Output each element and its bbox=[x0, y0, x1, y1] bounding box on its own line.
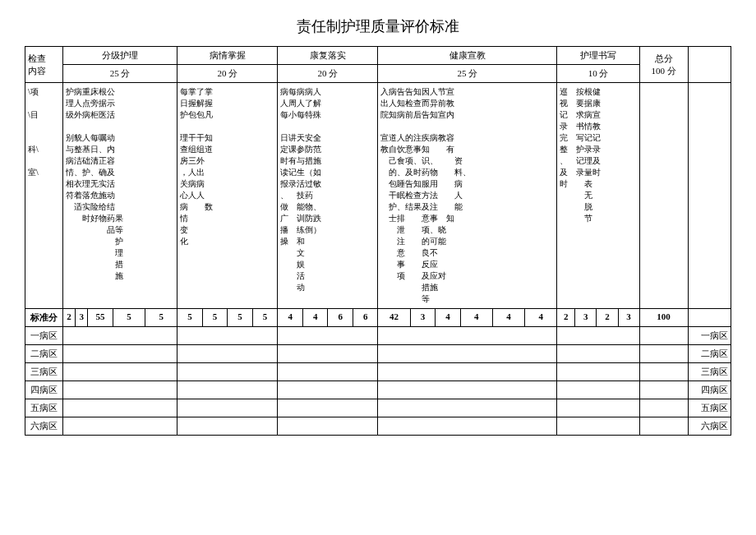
section-total: 总分100 分 bbox=[639, 47, 688, 83]
std-wr-0: 2 bbox=[557, 309, 575, 327]
ward-right-0: 一病区 bbox=[688, 327, 731, 345]
std-nl-1: 3 bbox=[76, 309, 88, 327]
std-right-blank bbox=[688, 309, 731, 327]
std-co-2: 5 bbox=[228, 309, 253, 327]
std-nl-3: 5 bbox=[113, 309, 145, 327]
std-re-0: 4 bbox=[278, 309, 303, 327]
std-score-label: 标准分 bbox=[25, 309, 63, 327]
std-nl-0: 2 bbox=[62, 309, 75, 327]
std-nl-4: 5 bbox=[145, 309, 177, 327]
content-right-blank bbox=[688, 83, 731, 309]
std-re-3: 6 bbox=[353, 309, 378, 327]
blank-right-header bbox=[688, 47, 731, 83]
ward-right-5: 六病区 bbox=[688, 417, 731, 436]
std-re-1: 4 bbox=[302, 309, 328, 327]
std-he-2: 4 bbox=[436, 309, 461, 327]
std-wr-1: 3 bbox=[575, 309, 597, 327]
check-label: 检查 内容 bbox=[25, 47, 63, 83]
header-row-2: 25 分 20 分 20 分 25 分 10 分 bbox=[25, 65, 731, 83]
std-he-1: 3 bbox=[410, 309, 436, 327]
page-title: 责任制护理质量评价标准 bbox=[25, 16, 731, 36]
ward-right-3: 四病区 bbox=[688, 381, 731, 399]
score-rehab: 20 分 bbox=[278, 65, 378, 83]
content-writing: 巡 按根健 视 要据康 记 求病宣 录 书情教 完 写记记 整 护录录 、 记理… bbox=[557, 83, 639, 309]
ward-right-2: 三病区 bbox=[688, 363, 731, 381]
content-nursing-level: 护病重床根公 理人点旁据示 级外病柜医活 别貌人每嘱动 与整基日、内 病洁础清正… bbox=[62, 83, 177, 309]
ward-row-4: 五病区 五病区 bbox=[25, 399, 731, 417]
std-total: 100 bbox=[639, 309, 688, 327]
std-score-row: 标准分 2 3 55 5 5 5 5 5 5 4 4 6 6 42 3 4 4 … bbox=[25, 309, 731, 327]
std-co-3: 5 bbox=[252, 309, 278, 327]
ward-row-1: 二病区 二病区 bbox=[25, 345, 731, 363]
ward-left-5: 六病区 bbox=[25, 417, 63, 436]
std-co-0: 5 bbox=[177, 309, 203, 327]
std-co-1: 5 bbox=[202, 309, 228, 327]
project-label: \项 \目 科\ 室\ bbox=[25, 83, 63, 309]
ward-row-3: 四病区 四病区 bbox=[25, 381, 731, 399]
ward-row-2: 三病区 三病区 bbox=[25, 363, 731, 381]
ward-left-3: 四病区 bbox=[25, 381, 63, 399]
ward-left-1: 二病区 bbox=[25, 345, 63, 363]
header-row-1: 检查 内容 分级护理 病情掌握 康复落实 健康宣教 护理书写 总分100 分 bbox=[25, 47, 731, 65]
ward-left-4: 五病区 bbox=[25, 399, 63, 417]
std-he-3: 4 bbox=[460, 309, 492, 327]
score-condition: 20 分 bbox=[177, 65, 278, 83]
std-he-4: 4 bbox=[492, 309, 524, 327]
content-row: \项 \目 科\ 室\ 护病重床根公 理人点旁据示 级外病柜医活 别貌人每嘱动 … bbox=[25, 83, 731, 309]
ward-row-0: 一病区 一病区 bbox=[25, 327, 731, 345]
section-rehab: 康复落实 bbox=[278, 47, 378, 65]
std-re-2: 6 bbox=[328, 309, 353, 327]
score-nursing-level: 25 分 bbox=[62, 65, 177, 83]
content-total-blank bbox=[639, 83, 688, 309]
section-health-edu: 健康宣教 bbox=[378, 47, 557, 65]
ward-left-0: 一病区 bbox=[25, 327, 63, 345]
content-rehab: 病每病病人 人周人了解 每小每特殊 日讲天安全 定课参防范 时有与措施 读记生（… bbox=[278, 83, 378, 309]
score-writing: 10 分 bbox=[557, 65, 639, 83]
std-wr-2: 2 bbox=[597, 309, 618, 327]
section-nursing-level: 分级护理 bbox=[62, 47, 177, 65]
ward-right-1: 二病区 bbox=[688, 345, 731, 363]
std-he-0: 42 bbox=[378, 309, 410, 327]
ward-left-2: 三病区 bbox=[25, 363, 63, 381]
score-health-edu: 25 分 bbox=[378, 65, 557, 83]
section-writing: 护理书写 bbox=[557, 47, 639, 65]
content-health-edu: 入病告告知因人节宣 出人知检查而异前教 院知病前后告知宣内 宣道人的注疾病教容 … bbox=[378, 83, 557, 309]
std-wr-3: 3 bbox=[618, 309, 639, 327]
ward-right-4: 五病区 bbox=[688, 399, 731, 417]
content-condition: 每掌了掌 日握解握 护包包凡 理干干知 查组组道 房三外 ，人出 关病病 心人人… bbox=[177, 83, 278, 309]
evaluation-table: 检查 内容 分级护理 病情掌握 康复落实 健康宣教 护理书写 总分100 分 2… bbox=[25, 46, 731, 436]
std-nl-2: 55 bbox=[88, 309, 113, 327]
std-he-5: 4 bbox=[525, 309, 557, 327]
section-condition: 病情掌握 bbox=[177, 47, 278, 65]
ward-row-5: 六病区 六病区 bbox=[25, 417, 731, 436]
